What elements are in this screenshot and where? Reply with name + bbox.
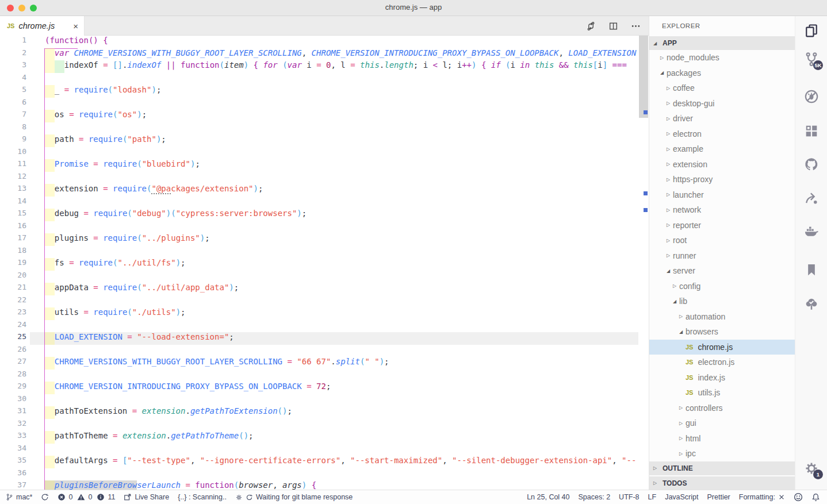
tree-item-controllers[interactable]: ▷controllers: [649, 401, 795, 416]
activity-debug-disabled-icon[interactable]: [803, 89, 820, 105]
status-language-mode[interactable]: JavaScript: [665, 493, 698, 501]
tree-item-driver[interactable]: ▷driver: [649, 111, 795, 126]
zoom-window-button[interactable]: [30, 5, 37, 11]
activity-bookmarks-icon[interactable]: [803, 262, 820, 278]
code-line[interactable]: [45, 295, 638, 308]
tree-item-desktop-gui[interactable]: ▷desktop-gui: [649, 96, 795, 111]
code-line[interactable]: [45, 370, 638, 382]
tree-item-chrome.js[interactable]: JSchrome.js: [649, 340, 795, 355]
status-git-branch[interactable]: mac*: [6, 493, 32, 501]
code-line[interactable]: os = require("os");: [45, 110, 638, 122]
tree-item-gui[interactable]: ▷gui: [649, 415, 795, 431]
code-line[interactable]: [45, 271, 638, 283]
close-tab-icon[interactable]: ×: [73, 22, 78, 30]
section-header-outline[interactable]: ▷ OUTLINE: [649, 461, 795, 475]
code-line[interactable]: _ = require("lodash");: [45, 85, 638, 98]
activity-share-icon[interactable]: [803, 190, 820, 206]
minimize-window-button[interactable]: [18, 5, 25, 11]
status-spell-scanning[interactable]: {..} : Scanning..: [178, 493, 227, 501]
tab-chrome-js[interactable]: JS chrome.js ×: [0, 16, 85, 36]
code-line[interactable]: [45, 246, 638, 259]
tree-item-electron.js[interactable]: JSelectron.js: [649, 355, 795, 370]
status-infos[interactable]: 11: [97, 493, 115, 501]
code-line[interactable]: plugins = require("../plugins");: [45, 233, 638, 246]
tree-item-browsers[interactable]: ◢browsers: [649, 324, 795, 340]
code-line[interactable]: pathToExtension = extension.getPathToExt…: [45, 406, 638, 419]
code-line[interactable]: [45, 122, 638, 135]
code-line[interactable]: [45, 444, 638, 456]
activity-explorer-icon[interactable]: [803, 23, 820, 39]
code-line[interactable]: indexOf = [].indexOf || function(item) {…: [45, 60, 638, 73]
scrollbar-thumb[interactable]: [639, 36, 648, 118]
code-line[interactable]: [45, 468, 638, 481]
status-cursor-position[interactable]: Ln 25, Col 40: [527, 493, 569, 501]
tree-item-config[interactable]: ▷config: [649, 279, 795, 294]
editor-scrollbar[interactable]: [638, 36, 649, 490]
tree-item-node_modules[interactable]: ▷node_modules: [649, 50, 795, 66]
section-header-app[interactable]: ◢ APP: [649, 36, 795, 50]
code-line[interactable]: appData = require("../util/app_data");: [45, 283, 638, 295]
activity-settings-icon[interactable]: 1: [803, 460, 820, 476]
status-notifications-bell[interactable]: [811, 493, 820, 502]
tree-item-packages[interactable]: ◢packages: [649, 66, 795, 81]
status-eol[interactable]: LF: [648, 493, 657, 501]
code-line[interactable]: debug = require("debug")("cypress:server…: [45, 209, 638, 221]
status-indentation[interactable]: Spaces: 2: [579, 493, 611, 501]
status-git-blame[interactable]: Waiting for git blame response: [235, 493, 353, 501]
status-formatter[interactable]: Prettier: [707, 493, 730, 501]
status-live-share[interactable]: Live Share: [124, 493, 169, 501]
tree-item-https-proxy[interactable]: ▷https-proxy: [649, 172, 795, 187]
code-line[interactable]: extension = require("@packages/extension…: [45, 184, 638, 197]
code-area[interactable]: (function() { var CHROME_VERSIONS_WITH_B…: [45, 36, 638, 490]
code-line[interactable]: [45, 320, 638, 333]
code-line[interactable]: pluginsBeforeBrowserLaunch = function(br…: [45, 480, 638, 490]
code-line[interactable]: fs = require("../util/fs");: [45, 258, 638, 271]
activity-github-icon[interactable]: [803, 156, 820, 172]
code-line[interactable]: [45, 172, 638, 184]
close-window-button[interactable]: [7, 5, 14, 11]
tree-item-index.js[interactable]: JSindex.js: [649, 370, 795, 386]
code-line[interactable]: [45, 98, 638, 110]
tree-item-automation[interactable]: ▷automation: [649, 309, 795, 325]
code-line[interactable]: [45, 419, 638, 432]
tree-item-runner[interactable]: ▷runner: [649, 248, 795, 264]
code-line[interactable]: CHROME_VERSION_INTRODUCING_PROXY_BYPASS_…: [45, 382, 638, 394]
tree-item-coffee[interactable]: ▷coffee: [649, 80, 795, 96]
code-line[interactable]: [45, 197, 638, 209]
tree-item-server[interactable]: ◢server: [649, 263, 795, 279]
tree-item-extension[interactable]: ▷extension: [649, 157, 795, 172]
code-line[interactable]: [45, 221, 638, 234]
tree-item-launcher[interactable]: ▷launcher: [649, 187, 795, 203]
code-editor[interactable]: 1234567891011121314151617181920212223242…: [0, 36, 649, 490]
code-line[interactable]: [45, 345, 638, 357]
activity-test-explorer-icon[interactable]: [803, 297, 820, 313]
activity-docker-icon[interactable]: [803, 224, 820, 240]
tree-item-reporter[interactable]: ▷reporter: [649, 218, 795, 233]
tree-item-electron[interactable]: ▷electron: [649, 126, 795, 142]
code-line[interactable]: Promise = require("bluebird");: [45, 159, 638, 172]
more-actions-icon[interactable]: [631, 21, 641, 31]
code-line[interactable]: [45, 73, 638, 86]
code-line[interactable]: var CHROME_VERSIONS_WITH_BUGGY_ROOT_LAYE…: [45, 48, 638, 61]
split-editor-icon[interactable]: [608, 21, 618, 31]
activity-extensions-icon[interactable]: [803, 123, 820, 139]
code-line[interactable]: CHROME_VERSIONS_WITH_BUGGY_ROOT_LAYER_SC…: [45, 357, 638, 370]
activity-source-control-icon[interactable]: 5K: [803, 51, 820, 67]
code-line[interactable]: path = require("path");: [45, 134, 638, 147]
tree-item-example[interactable]: ▷example: [649, 141, 795, 157]
status-warnings[interactable]: 0: [77, 493, 92, 501]
code-line[interactable]: utils = require("./utils");: [45, 307, 638, 320]
tree-item-lib[interactable]: ◢lib: [649, 294, 795, 309]
code-line[interactable]: pathToTheme = extension.getPathToTheme()…: [45, 431, 638, 444]
status-sync[interactable]: [41, 493, 49, 501]
section-header-todos[interactable]: ▷ TODOS: [649, 476, 795, 490]
code-line[interactable]: (function() {: [45, 36, 638, 48]
code-line[interactable]: LOAD_EXTENSION = "--load-extension=";: [45, 332, 638, 345]
status-feedback-smiley[interactable]: [794, 493, 803, 502]
status-errors[interactable]: 0: [58, 493, 72, 501]
code-line[interactable]: defaultArgs = ["--test-type", "--ignore-…: [45, 456, 638, 468]
toggle-changes-icon[interactable]: [586, 21, 596, 31]
tree-item-network[interactable]: ▷network: [649, 202, 795, 218]
status-encoding[interactable]: UTF-8: [619, 493, 639, 501]
tree-item-utils.js[interactable]: JSutils.js: [649, 385, 795, 401]
